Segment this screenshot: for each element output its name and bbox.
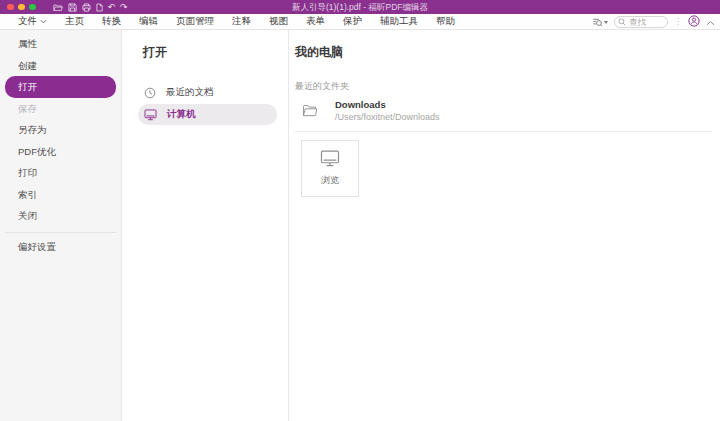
zoom-window-button[interactable] (29, 4, 36, 11)
new-document-icon[interactable] (96, 3, 103, 12)
sidebar-item-save: 保存 (5, 98, 116, 120)
menu-page-management[interactable]: 页面管理 (176, 15, 214, 28)
menubar-right-controls: ⋮ (592, 14, 715, 30)
folder-path: /Users/foxitnet/Downloads (335, 112, 440, 122)
divider (295, 131, 712, 132)
clock-icon (144, 87, 156, 99)
browse-label: 浏览 (321, 174, 339, 187)
chevron-down-icon (40, 19, 47, 24)
minimize-window-button[interactable] (18, 4, 25, 11)
titlebar: ↶ ↷ 新人引导(1)(1).pdf - 福昕PDF编辑器 (0, 0, 720, 14)
sidebar-item-save-as[interactable]: 另存为 (5, 119, 116, 141)
print-icon[interactable] (82, 3, 91, 12)
collapse-ribbon-button[interactable] (706, 17, 715, 28)
open-item-label: 最近的文档 (166, 86, 214, 99)
my-computer-panel: 我的电脑 最近的文件夹 Downloads /Users/foxitnet/Do… (289, 30, 720, 421)
menu-comment[interactable]: 注释 (232, 15, 251, 28)
menubar: 文件 主页 转换 编辑 页面管理 注释 视图 表单 保护 辅助工具 帮助 ⋮ (0, 14, 720, 30)
folder-info: Downloads /Users/foxitnet/Downloads (335, 99, 440, 122)
recent-folders-label: 最近的文件夹 (295, 80, 712, 93)
menu-form[interactable]: 表单 (306, 15, 325, 28)
person-icon (688, 15, 700, 27)
menu-convert[interactable]: 转换 (102, 15, 121, 28)
folder-icon (302, 103, 319, 118)
menu-file-label: 文件 (18, 15, 37, 28)
monitor-icon (320, 150, 340, 167)
open-location-list: 最近的文档 计算机 (122, 82, 288, 125)
sidebar-item-pdf-optimize[interactable]: PDF优化 (5, 141, 116, 163)
open-panel-title: 打开 (143, 44, 288, 61)
save-icon[interactable] (68, 3, 77, 12)
open-item-label: 计算机 (167, 108, 196, 121)
find-replace-icon (592, 17, 603, 28)
sidebar-item-index[interactable]: 索引 (5, 184, 116, 206)
sidebar-item-create[interactable]: 创建 (5, 55, 116, 77)
my-computer-title: 我的电脑 (295, 44, 712, 61)
traffic-lights (0, 4, 36, 11)
sidebar-item-close[interactable]: 关闭 (5, 205, 116, 227)
browse-button[interactable]: 浏览 (301, 140, 359, 197)
overflow-menu-icon[interactable]: ⋮ (674, 18, 682, 26)
redo-icon[interactable]: ↷ (120, 2, 128, 12)
backstage-sidebar: 属性 创建 打开 保存 另存为 PDF优化 打印 索引 关闭 偏好设置 (0, 30, 122, 421)
undo-icon[interactable]: ↶ (108, 2, 116, 12)
quick-access-toolbar: ↶ ↷ (53, 2, 128, 12)
sidebar-item-open[interactable]: 打开 (5, 76, 116, 98)
open-folder-icon[interactable] (53, 3, 63, 12)
menu-accessibility-tools[interactable]: 辅助工具 (380, 15, 418, 28)
menu-home[interactable]: 主页 (65, 15, 84, 28)
find-replace-button[interactable] (592, 17, 608, 28)
sidebar-divider (5, 232, 116, 233)
sidebar-item-preferences[interactable]: 偏好设置 (5, 236, 116, 258)
account-button[interactable] (688, 15, 700, 29)
open-panel: 打开 最近的文档 计算机 (122, 30, 289, 421)
sidebar-item-properties[interactable]: 属性 (5, 33, 116, 55)
menu-help[interactable]: 帮助 (436, 15, 455, 28)
open-item-recent-documents[interactable]: 最近的文档 (138, 82, 277, 103)
close-window-button[interactable] (7, 4, 14, 11)
menu-protect[interactable]: 保护 (343, 15, 362, 28)
menu-edit[interactable]: 编辑 (139, 15, 158, 28)
search-icon (618, 18, 626, 26)
sidebar-item-print[interactable]: 打印 (5, 162, 116, 184)
menu-file[interactable]: 文件 (18, 15, 47, 28)
open-item-computer[interactable]: 计算机 (138, 104, 277, 125)
find-dropdown-caret[interactable] (604, 21, 608, 24)
folder-name: Downloads (335, 99, 440, 110)
chevron-up-icon (706, 20, 715, 26)
recent-folder-row[interactable]: Downloads /Users/foxitnet/Downloads (295, 99, 712, 122)
search-box (614, 16, 668, 28)
computer-icon (144, 109, 157, 121)
menu-view[interactable]: 视图 (269, 15, 288, 28)
